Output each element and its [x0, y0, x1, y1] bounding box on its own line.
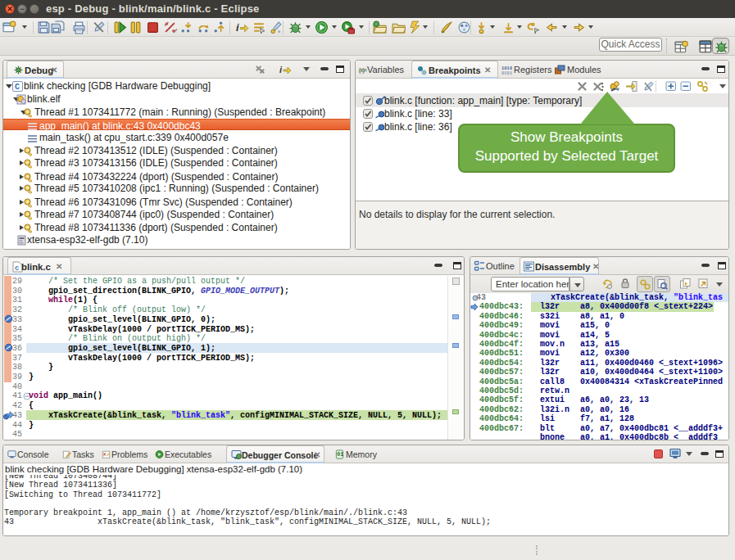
- svg-text:i: i: [279, 65, 283, 75]
- svg-text:(x)=: (x)=: [358, 67, 367, 74]
- svg-text:0101: 0101: [501, 70, 512, 76]
- svg-text:C: C: [15, 83, 20, 92]
- svg-text:c: c: [15, 264, 19, 273]
- svg-text:i: i: [236, 21, 239, 34]
- svg-text:01: 01: [337, 452, 343, 458]
